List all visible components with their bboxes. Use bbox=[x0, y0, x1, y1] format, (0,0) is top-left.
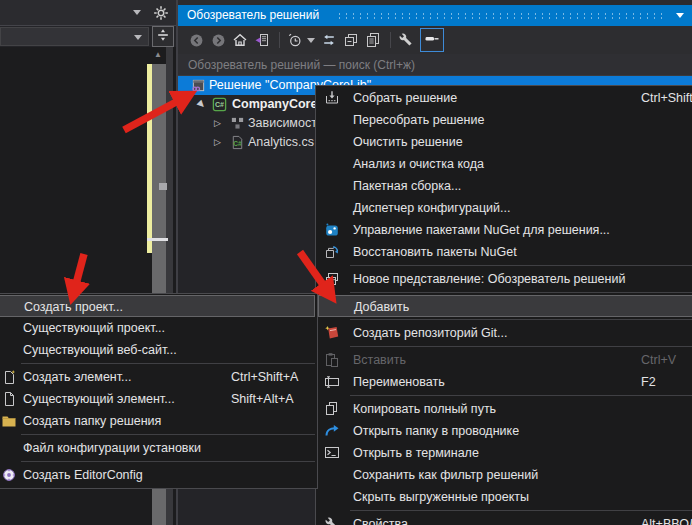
menu-separator bbox=[350, 510, 692, 511]
scrollbar-caret-marker bbox=[147, 238, 168, 241]
menu-item-new-view[interactable]: Новое представление: Обозреватель решени… bbox=[316, 268, 692, 290]
paste-icon bbox=[324, 352, 340, 368]
gear-icon[interactable] bbox=[153, 5, 169, 21]
pending-changes-caret-icon[interactable] bbox=[307, 38, 315, 43]
scrollbar-up-icon[interactable] bbox=[149, 48, 167, 62]
menu-item-build-solution[interactable]: Собрать решение Ctrl+Shift+B bbox=[316, 87, 692, 109]
expander-expanded-icon[interactable]: ▶ bbox=[192, 95, 210, 113]
tree-label: Зависимости bbox=[248, 114, 324, 133]
tool-window-header bbox=[0, 0, 176, 26]
menu-separator bbox=[21, 363, 315, 364]
editorconfig-icon bbox=[1, 467, 17, 483]
submenu-item-new-project[interactable]: Создать проект... bbox=[0, 295, 315, 317]
pending-changes-icon[interactable] bbox=[285, 30, 305, 50]
window-menu-caret-icon[interactable] bbox=[133, 10, 141, 15]
terminal-icon bbox=[324, 445, 340, 461]
csharp-file-icon: C# bbox=[230, 135, 245, 150]
solution-icon bbox=[191, 78, 206, 93]
solution-explorer-search[interactable] bbox=[178, 54, 692, 76]
sync-with-active-document-icon[interactable] bbox=[319, 30, 339, 50]
switch-views-icon[interactable] bbox=[252, 30, 272, 50]
home-icon[interactable] bbox=[230, 30, 250, 50]
menu-item-manage-nuget[interactable]: Управление пакетами NuGet для решения... bbox=[316, 219, 692, 241]
back-icon[interactable] bbox=[186, 30, 206, 50]
menu-item-paste: Вставить Ctrl+V bbox=[316, 349, 692, 371]
menu-item-save-as-solution-filter[interactable]: Сохранить как фильтр решений bbox=[316, 464, 692, 486]
toolbar-separator bbox=[390, 32, 391, 48]
menu-separator bbox=[350, 319, 692, 320]
add-submenu: Создать проект... Существующий проект...… bbox=[0, 293, 318, 489]
solution-explorer-toolbar bbox=[178, 26, 692, 54]
preview-selected-items-button[interactable] bbox=[420, 28, 444, 52]
menu-separator bbox=[350, 395, 692, 396]
menu-item-open-folder-in-explorer[interactable]: Открыть папку в проводнике bbox=[316, 420, 692, 442]
tree-label: Analytics.cs bbox=[248, 133, 314, 152]
submenu-item-new-editorconfig[interactable]: Создать EditorConfig bbox=[0, 464, 317, 486]
new-solution-folder-icon bbox=[1, 413, 17, 429]
submenu-item-new-solution-folder[interactable]: Создать папку решения bbox=[0, 410, 317, 432]
menu-separator bbox=[21, 434, 315, 435]
submenu-item-existing-item[interactable]: Существующий элемент... Shift+Alt+A bbox=[0, 388, 317, 410]
scrollbar-annotation-mark bbox=[159, 183, 167, 190]
solution-explorer-titlebar[interactable]: Обозреватель решений bbox=[178, 5, 692, 26]
menu-item-copy-full-path[interactable]: Копировать полный путь bbox=[316, 398, 692, 420]
menu-separator bbox=[21, 461, 315, 462]
titlebar-drag-dots bbox=[336, 12, 666, 20]
solution-context-menu: Собрать решение Ctrl+Shift+B Пересобрать… bbox=[315, 85, 692, 525]
rename-icon bbox=[324, 374, 340, 390]
new-view-icon bbox=[324, 271, 340, 287]
menu-item-analyze-cleanup[interactable]: Анализ и очистка кода bbox=[316, 153, 692, 175]
build-icon bbox=[324, 90, 340, 106]
existing-item-icon bbox=[1, 391, 17, 407]
submenu-item-new-item[interactable]: Создать элемент... Ctrl+Shift+A bbox=[0, 366, 317, 388]
menu-item-add[interactable]: Добавить bbox=[318, 295, 692, 317]
menu-item-rename[interactable]: Переименовать F2 bbox=[316, 371, 692, 393]
expander-collapsed-icon[interactable]: ▷ bbox=[214, 114, 221, 133]
split-view-icon bbox=[156, 28, 170, 46]
preview-selected-items-icon bbox=[424, 30, 440, 50]
properties-wrench-icon bbox=[324, 516, 340, 525]
menu-item-open-in-terminal[interactable]: Открыть в терминале bbox=[316, 442, 692, 464]
expander-collapsed-icon[interactable]: ▷ bbox=[214, 133, 221, 152]
dependencies-icon bbox=[230, 116, 245, 131]
combo-dropdown-caret-icon bbox=[134, 35, 142, 40]
vs-window: Обозреватель решений bbox=[0, 0, 692, 525]
show-all-files-icon[interactable] bbox=[363, 30, 383, 50]
menu-item-batch-build[interactable]: Пакетная сборка... bbox=[316, 175, 692, 197]
nuget-icon bbox=[324, 222, 340, 238]
nuget-restore-icon bbox=[324, 244, 340, 260]
menu-separator bbox=[350, 265, 692, 266]
open-in-explorer-icon bbox=[324, 423, 340, 439]
menu-item-configuration-manager[interactable]: Диспетчер конфигураций... bbox=[316, 197, 692, 219]
menu-item-restore-nuget[interactable]: Восстановить пакеты NuGet bbox=[316, 241, 692, 263]
svg-text:C#: C# bbox=[233, 140, 242, 147]
collapse-all-icon[interactable] bbox=[341, 30, 361, 50]
menu-separator bbox=[350, 346, 692, 347]
window-position-caret-icon[interactable] bbox=[676, 13, 684, 18]
forward-icon[interactable] bbox=[208, 30, 228, 50]
menu-item-properties[interactable]: Свойства Alt+ВВОД bbox=[316, 513, 692, 525]
menu-separator bbox=[350, 292, 692, 293]
git-new-repo-icon bbox=[324, 325, 340, 341]
properties-wrench-icon[interactable] bbox=[396, 30, 416, 50]
menu-item-hide-unloaded-projects[interactable]: Скрыть выгруженные проекты bbox=[316, 486, 692, 508]
menu-item-create-git-repo[interactable]: Создать репозиторий Git... bbox=[316, 322, 692, 344]
search-input[interactable] bbox=[178, 54, 692, 75]
submenu-item-installer-config-file[interactable]: Файл конфигурации установки bbox=[0, 437, 317, 459]
new-item-icon bbox=[1, 369, 17, 385]
csharp-project-icon: C# bbox=[212, 97, 227, 112]
split-view-button[interactable] bbox=[152, 26, 174, 47]
submenu-item-existing-project[interactable]: Существующий проект... bbox=[0, 317, 317, 339]
pane-title: Обозреватель решений bbox=[187, 8, 319, 22]
submenu-item-existing-website[interactable]: Существующий веб-сайт... bbox=[0, 339, 317, 361]
toolbar-separator bbox=[279, 32, 280, 48]
menu-item-rebuild-solution[interactable]: Пересобрать решение bbox=[316, 109, 692, 131]
menu-item-clean-solution[interactable]: Очистить решение bbox=[316, 131, 692, 153]
editor-context-combobox[interactable] bbox=[0, 27, 149, 46]
svg-text:C#: C# bbox=[215, 101, 224, 108]
copy-path-icon bbox=[324, 401, 340, 417]
